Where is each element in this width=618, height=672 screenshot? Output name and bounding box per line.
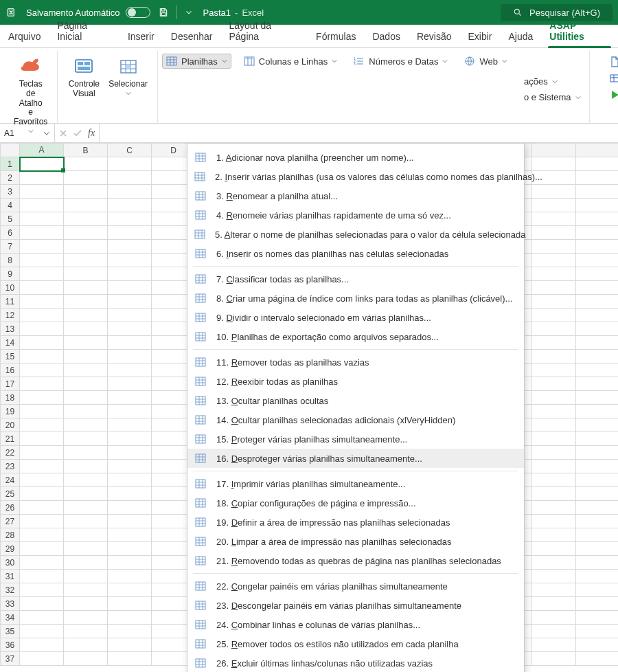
row-header[interactable]: 14 xyxy=(1,336,20,350)
row-header[interactable]: 20 xyxy=(1,418,20,432)
cell[interactable] xyxy=(532,487,576,501)
menu-item[interactable]: 14. Ocultar planilhas selecionadas adici… xyxy=(187,410,524,429)
cell[interactable] xyxy=(108,377,152,391)
cell[interactable] xyxy=(576,240,619,254)
cell[interactable] xyxy=(64,336,108,350)
row-header[interactable]: 21 xyxy=(1,432,20,446)
row-header[interactable]: 27 xyxy=(1,515,20,528)
cell[interactable] xyxy=(108,460,152,473)
cell[interactable] xyxy=(576,460,619,473)
cell[interactable] xyxy=(108,267,152,281)
menu-item[interactable]: 18. Copiar configurações de página e imp… xyxy=(187,493,524,513)
cell[interactable] xyxy=(532,199,576,212)
tab-exibir[interactable]: Exibir xyxy=(467,27,494,47)
cell[interactable] xyxy=(576,652,619,666)
cell[interactable] xyxy=(64,638,108,652)
cell[interactable] xyxy=(576,336,619,350)
cell[interactable] xyxy=(576,570,619,583)
row-header[interactable]: 16 xyxy=(1,363,20,377)
cell[interactable] xyxy=(532,473,576,487)
menu-item[interactable]: 12. Reexibir todas as planilhas xyxy=(187,372,524,391)
cell[interactable] xyxy=(20,157,64,171)
cell[interactable] xyxy=(64,515,108,528)
cell[interactable] xyxy=(108,446,152,460)
autosave-toggle[interactable] xyxy=(126,7,150,18)
cell[interactable] xyxy=(108,597,152,611)
cell[interactable] xyxy=(20,254,64,267)
tab-inserir[interactable]: Inserir xyxy=(126,27,156,47)
menu-item[interactable]: 3. Renomear a planilha atual... xyxy=(187,186,524,205)
numeros-datas-dropdown[interactable]: 123 Números e Datas xyxy=(350,54,452,69)
cell[interactable] xyxy=(108,254,152,267)
cell[interactable] xyxy=(20,583,64,597)
cell[interactable] xyxy=(576,350,619,363)
menu-item[interactable]: 25. Remover todos os estilos não utiliza… xyxy=(187,634,524,653)
menu-item[interactable]: 23. Descongelar painéis em várias planil… xyxy=(187,596,524,615)
cell[interactable] xyxy=(576,597,619,611)
cell[interactable] xyxy=(576,212,619,226)
colunas-linhas-dropdown[interactable]: Colunas e Linhas xyxy=(240,54,341,69)
cell[interactable] xyxy=(576,199,619,212)
tab-dados[interactable]: Dados xyxy=(371,27,401,47)
row-header[interactable]: 26 xyxy=(1,501,20,515)
row-header[interactable]: 7 xyxy=(1,240,20,254)
cell[interactable] xyxy=(20,473,64,487)
cell[interactable] xyxy=(576,418,619,432)
menu-item[interactable]: 26. Excluir últimas linhas/colunas não u… xyxy=(187,653,524,672)
cell[interactable] xyxy=(532,281,576,295)
row-header[interactable]: 8 xyxy=(1,254,20,267)
cell[interactable] xyxy=(576,254,619,267)
row-header[interactable]: 10 xyxy=(1,281,20,295)
cell[interactable] xyxy=(532,254,576,267)
cell[interactable] xyxy=(20,625,64,638)
cell[interactable] xyxy=(108,336,152,350)
cell[interactable] xyxy=(64,611,108,625)
cell[interactable] xyxy=(20,199,64,212)
cell[interactable] xyxy=(64,473,108,487)
cell[interactable] xyxy=(108,432,152,446)
cell[interactable] xyxy=(576,446,619,460)
cell[interactable] xyxy=(20,611,64,625)
cell[interactable] xyxy=(532,377,576,391)
cell[interactable] xyxy=(576,377,619,391)
row-header[interactable]: 28 xyxy=(1,528,20,542)
cell[interactable] xyxy=(64,625,108,638)
cell[interactable] xyxy=(64,446,108,460)
cell[interactable] xyxy=(108,501,152,515)
cell[interactable] xyxy=(108,309,152,322)
cell[interactable] xyxy=(108,611,152,625)
cell[interactable] xyxy=(532,556,576,570)
confirm-icon[interactable] xyxy=(73,129,82,137)
cell[interactable] xyxy=(532,322,576,336)
cell[interactable] xyxy=(64,528,108,542)
cell[interactable] xyxy=(64,405,108,418)
cell[interactable] xyxy=(64,240,108,254)
row-header[interactable]: 19 xyxy=(1,405,20,418)
cell[interactable] xyxy=(576,542,619,556)
menu-item[interactable]: 22. Congelar painéis em várias planilhas… xyxy=(187,576,524,596)
cell[interactable] xyxy=(20,295,64,309)
menu-item[interactable]: 15. Proteger várias planilhas simultanea… xyxy=(187,429,524,449)
cell[interactable] xyxy=(576,295,619,309)
cell[interactable] xyxy=(64,556,108,570)
cell[interactable] xyxy=(108,199,152,212)
cell[interactable] xyxy=(108,350,152,363)
cell[interactable] xyxy=(108,226,152,240)
cell[interactable] xyxy=(532,363,576,377)
cell[interactable] xyxy=(64,199,108,212)
menu-item[interactable]: 10. Planilhas de exportação como arquivo… xyxy=(187,327,524,346)
cell[interactable] xyxy=(108,405,152,418)
menu-item[interactable]: 7. Classificar todas as planilhas... xyxy=(187,269,524,289)
menu-item[interactable]: 6. Inserir os nomes das planilhas nas cé… xyxy=(187,244,524,263)
cell[interactable] xyxy=(576,473,619,487)
menu-item[interactable]: 13. Ocultar planilhas ocultas xyxy=(187,391,524,410)
cell[interactable] xyxy=(576,583,619,597)
web-dropdown[interactable]: Web xyxy=(460,54,512,69)
cell[interactable] xyxy=(64,322,108,336)
cell[interactable] xyxy=(532,350,576,363)
row-header[interactable]: 34 xyxy=(1,611,20,625)
row-header[interactable]: 2 xyxy=(1,171,20,185)
menu-item[interactable]: 17. Imprimir várias planilhas simultanea… xyxy=(187,474,524,493)
cell[interactable] xyxy=(576,171,619,185)
cell[interactable] xyxy=(532,240,576,254)
